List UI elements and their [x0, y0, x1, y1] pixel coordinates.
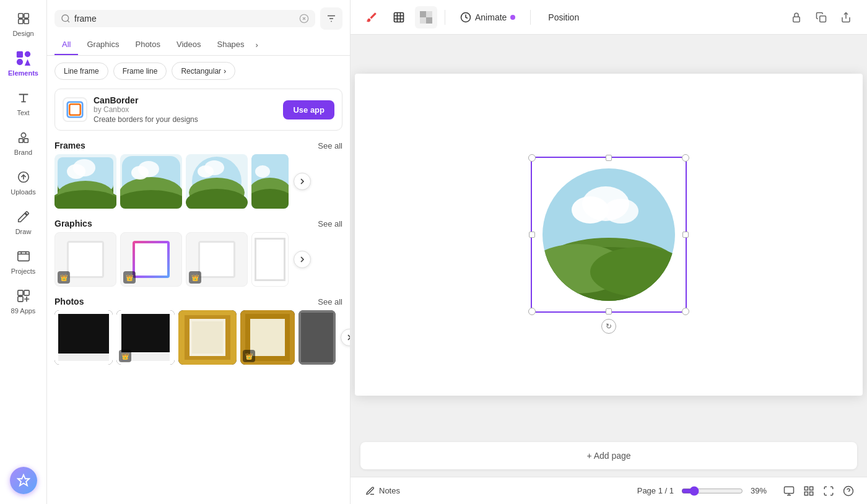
use-app-button[interactable]: Use app	[283, 100, 334, 119]
projects-icon	[15, 248, 32, 265]
pill-frame-line[interactable]: Frame line	[113, 63, 167, 80]
frame-thumb-3[interactable]	[186, 154, 248, 209]
grid-view-button[interactable]	[800, 482, 817, 500]
photo-thumb-4[interactable]: 👑	[240, 310, 295, 365]
zoom-slider[interactable]	[681, 486, 743, 496]
frame-thumb-2[interactable]	[120, 154, 182, 209]
handle-mr[interactable]	[682, 232, 689, 238]
photos-next-button[interactable]	[341, 329, 350, 346]
tab-photos[interactable]: Photos	[128, 35, 167, 55]
pill-line-frame[interactable]: Line frame	[54, 63, 108, 80]
sidebar-item-projects[interactable]: Projects	[4, 243, 43, 280]
pill-rectangular[interactable]: Rectangular ›	[172, 62, 235, 80]
photo-thumb-2[interactable]: 👑	[116, 310, 175, 365]
graphic-thumb-3[interactable]: 👑	[186, 232, 248, 287]
photo-thumb-5[interactable]	[298, 310, 336, 365]
tab-graphics[interactable]: Graphics	[79, 35, 126, 55]
animate-button[interactable]: Animate	[453, 8, 523, 27]
rotate-handle[interactable]: ↻	[601, 319, 616, 334]
help-button[interactable]	[840, 482, 857, 500]
add-page-button[interactable]: + Add page	[360, 442, 857, 469]
photo-thumb-3[interactable]	[178, 310, 237, 365]
graphic-thumb-1[interactable]: 👑	[54, 232, 116, 287]
notes-label: Notes	[379, 486, 400, 495]
svg-rect-68	[420, 17, 426, 24]
tabs-more[interactable]: ›	[253, 35, 261, 54]
svg-point-17	[62, 15, 69, 22]
svg-rect-0	[18, 14, 22, 18]
photo-thumb-1[interactable]	[54, 310, 113, 365]
sidebar-item-design[interactable]: Design	[4, 5, 43, 42]
graphic-border-purple	[133, 241, 170, 278]
panel-scroll[interactable]: Line frame Frame line Rectangular › CanB…	[47, 56, 350, 504]
frames-title: Frames	[54, 141, 85, 150]
frame-thumb-4[interactable]	[251, 154, 289, 209]
search-input-wrap[interactable]	[54, 10, 315, 27]
canvas-area: Animate Position	[351, 0, 867, 504]
search-input[interactable]	[74, 14, 295, 24]
checker-button[interactable]	[415, 6, 437, 28]
design-icon	[15, 10, 32, 27]
tab-shapes[interactable]: Shapes	[209, 35, 251, 55]
filter-button[interactable]	[320, 7, 342, 30]
share-icon	[840, 12, 852, 23]
page-label: Page 1 / 1	[637, 486, 674, 495]
brush-color-button[interactable]	[360, 6, 383, 28]
search-clear-button[interactable]	[299, 14, 309, 24]
animate-label: Animate	[475, 12, 507, 22]
sidebar-label-text: Text	[17, 109, 29, 116]
sidebar-label-design: Design	[12, 30, 33, 37]
svg-rect-83	[804, 487, 808, 490]
desktop-icon	[783, 485, 795, 497]
lock-button[interactable]	[785, 6, 808, 28]
magic-button[interactable]	[10, 467, 37, 494]
photos-see-all[interactable]: See all	[318, 297, 342, 306]
sidebar-item-uploads[interactable]: Uploads	[4, 163, 43, 201]
svg-rect-4	[16, 51, 22, 58]
notes-button[interactable]: Notes	[360, 484, 405, 498]
share-button[interactable]	[835, 6, 857, 28]
handle-ml[interactable]	[529, 232, 535, 238]
graphic-thumb-4[interactable]	[251, 232, 289, 287]
frames-next-button[interactable]	[294, 173, 311, 190]
fullscreen-button[interactable]	[820, 482, 837, 500]
promo-icon	[63, 97, 87, 122]
crown-badge-1: 👑	[58, 271, 70, 284]
sidebar-item-text[interactable]: Text	[4, 84, 43, 121]
grid-button[interactable]	[388, 6, 410, 28]
canvas-element[interactable]	[541, 167, 677, 303]
graphic-border-plain	[67, 241, 104, 278]
graphics-next-button[interactable]	[294, 251, 311, 268]
graphic-thumb-2[interactable]: 👑	[120, 232, 182, 287]
canvas-workspace[interactable]: ↻	[351, 35, 867, 435]
copy-button[interactable]	[810, 6, 832, 28]
svg-rect-6	[16, 59, 22, 65]
handle-tm[interactable]	[606, 155, 612, 161]
photos-grid: 👑 👑	[47, 310, 350, 370]
promo-text: CanBorder by Canbox Create borders for y…	[94, 95, 277, 124]
position-button[interactable]: Position	[538, 9, 589, 26]
top-toolbar: Animate Position	[351, 0, 867, 35]
tab-videos[interactable]: Videos	[169, 35, 209, 55]
sidebar-label-apps: 89 Apps	[11, 307, 36, 315]
svg-rect-23	[69, 104, 81, 115]
sidebar-item-brand[interactable]: Brand	[4, 124, 43, 161]
handle-bm[interactable]	[606, 308, 612, 315]
photos-section-header: Photos See all	[47, 292, 350, 310]
grid-view-icon	[803, 485, 814, 497]
sidebar-item-elements[interactable]: Elements	[4, 45, 43, 82]
desktop-view-button[interactable]	[780, 482, 798, 500]
frames-see-all[interactable]: See all	[318, 141, 342, 150]
tab-all[interactable]: All	[54, 35, 78, 55]
frame-thumb-1[interactable]	[54, 154, 116, 209]
svg-point-30	[73, 159, 95, 176]
sidebar-item-draw[interactable]: Draw	[4, 203, 43, 240]
handle-tl[interactable]	[528, 154, 536, 162]
handle-br[interactable]	[682, 308, 689, 315]
svg-rect-66	[426, 17, 432, 24]
copy-icon	[816, 12, 827, 23]
handle-bl[interactable]	[528, 308, 536, 315]
graphics-see-all[interactable]: See all	[318, 219, 342, 228]
sidebar-item-apps[interactable]: 89 Apps	[4, 282, 43, 319]
handle-tr[interactable]	[682, 154, 689, 162]
